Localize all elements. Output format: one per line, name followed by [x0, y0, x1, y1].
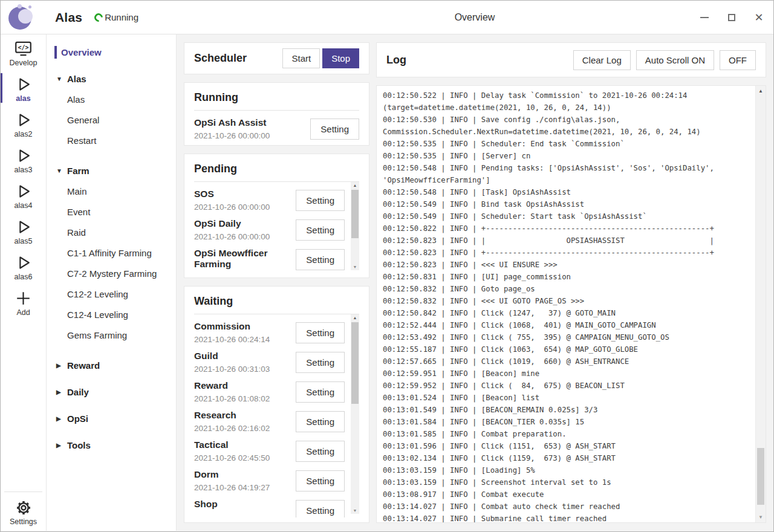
menu-group-reward[interactable]: ▶ Reward: [47, 358, 176, 372]
task-name: SOS: [194, 189, 291, 199]
task-name: Reward: [194, 380, 291, 391]
task-setting-button[interactable]: Setting: [310, 118, 359, 140]
task-setting-button[interactable]: Setting: [296, 381, 345, 403]
task-row: SOS 2021-10-26 00:00:00 Setting: [194, 182, 345, 212]
task-name: Dorm: [194, 469, 291, 480]
scroll-down-icon[interactable]: ▼: [351, 508, 359, 513]
task-time: 2021-10-26 01:08:02: [194, 394, 291, 403]
task-name: OpSi Ash Assist: [194, 117, 305, 128]
menu-item-c12-4-leveling[interactable]: C12-4 Leveling: [47, 305, 176, 325]
rail-item-develop[interactable]: </> Develop: [1, 34, 46, 70]
task-setting-button[interactable]: Setting: [296, 249, 345, 270]
waiting-scroll-thumb[interactable]: [351, 322, 359, 404]
task-setting-button[interactable]: Setting: [296, 352, 345, 373]
task-name: OpSi Daily: [194, 218, 291, 229]
clear-log-button[interactable]: Clear Log: [573, 50, 631, 70]
task-time: 2021-10-26 02:16:02: [194, 424, 291, 433]
menu-group-alas[interactable]: ▼ Alas: [47, 71, 176, 86]
scroll-down-icon[interactable]: ▼: [351, 265, 359, 269]
pending-scrollbar[interactable]: ▲ ▼: [351, 182, 359, 270]
window-controls: ✕: [700, 1, 764, 34]
close-icon: ✕: [754, 12, 763, 23]
nav-sidebar: Overview ▼ Alas Alas General Restart ▼ F…: [47, 34, 177, 531]
task-setting-button[interactable]: Setting: [296, 219, 345, 241]
pending-title: Pending: [194, 159, 359, 182]
menu-item-restart[interactable]: Restart: [47, 131, 176, 151]
log-scrollbar[interactable]: ▲ ▼: [755, 86, 766, 522]
rail-item-add[interactable]: Add: [1, 284, 46, 320]
sidebar-item-overview[interactable]: Overview: [47, 45, 176, 59]
menu-group-tools[interactable]: ▶ Tools: [47, 438, 176, 452]
menu-item-gems-farming[interactable]: Gems Farming: [47, 325, 176, 346]
rail-item-alas5[interactable]: alas5: [1, 213, 46, 248]
start-button[interactable]: Start: [282, 48, 320, 68]
menu-item-c12-2-leveling[interactable]: C12-2 Leveling: [47, 284, 176, 305]
pending-card: Pending SOS 2021-10-26 00:00:00 Setting …: [184, 154, 369, 278]
task-setting-button[interactable]: Setting: [296, 322, 345, 343]
menu-item-event[interactable]: Event: [47, 202, 176, 222]
log-header-card: Log Clear Log Auto Scroll ON OFF: [376, 42, 766, 77]
scroll-up-icon[interactable]: ▲: [351, 183, 359, 187]
menu-item-main[interactable]: Main: [47, 181, 176, 202]
chevron-icon: ▶: [56, 415, 67, 422]
rail-item-settings[interactable]: Settings: [1, 492, 46, 531]
running-title: Running: [194, 88, 359, 111]
task-name: Research: [194, 410, 291, 421]
main-area: </> Develop alas alas2 alas3 alas4 alas5…: [1, 34, 773, 531]
task-time: 2021-10-26 04:19:27: [194, 483, 291, 492]
play-icon: [15, 76, 33, 94]
task-setting-button[interactable]: Setting: [296, 190, 345, 211]
scroll-down-icon[interactable]: ▼: [756, 514, 766, 520]
rail-item-alas4[interactable]: alas4: [1, 177, 46, 213]
task-setting-button[interactable]: Setting: [296, 411, 345, 432]
rail-item-alas3[interactable]: alas3: [1, 141, 46, 177]
task-row: Reward 2021-10-26 01:08:02 Setting: [194, 374, 345, 403]
stop-button[interactable]: Stop: [322, 48, 359, 68]
autoscroll-on-button[interactable]: Auto Scroll ON: [636, 50, 714, 70]
menu-item-raid[interactable]: Raid: [47, 222, 176, 243]
task-setting-button[interactable]: Setting: [296, 441, 345, 462]
pending-scroll-thumb[interactable]: [351, 190, 359, 238]
settings-label: Settings: [10, 517, 37, 526]
scroll-up-icon[interactable]: ▲: [756, 88, 766, 94]
menu-item-c7-2-mystery-farming[interactable]: C7-2 Mystery Farming: [47, 264, 176, 284]
scroll-up-icon[interactable]: ▲: [351, 316, 359, 320]
page-title: Overview: [176, 12, 773, 23]
menu-group-opsi[interactable]: ▶ OpSi: [47, 411, 176, 426]
maximize-button[interactable]: [727, 13, 737, 22]
scheduler-title: Scheduler: [194, 52, 247, 65]
log-viewer[interactable]: 00:12:50.522 | INFO | Delay task `Commis…: [376, 85, 766, 523]
task-name: Guild: [194, 351, 291, 362]
menu-item-c1-1-affinity-farming[interactable]: C1-1 Affinity Farming: [47, 243, 176, 264]
task-setting-button[interactable]: Setting: [296, 470, 345, 491]
task-time: 2021-10-26 02:45:50: [194, 453, 291, 462]
menu-group-daily[interactable]: ▶ Daily: [47, 384, 176, 399]
task-name: Commission: [194, 321, 291, 332]
menu-group-farm[interactable]: ▼ Farm: [47, 163, 176, 178]
running-card: Running OpSi Ash Assist 2021-10-26 00:00…: [184, 82, 369, 146]
waiting-scrollbar[interactable]: ▲ ▼: [351, 314, 359, 514]
task-name: Shop: [194, 499, 291, 510]
rail-item-alas2[interactable]: alas2: [1, 106, 46, 141]
autoscroll-off-button[interactable]: OFF: [720, 50, 756, 70]
task-row: OpSi Daily 2021-10-26 00:00:00 Setting: [194, 212, 345, 241]
rail-item-alas6[interactable]: alas6: [1, 248, 46, 284]
play-icon: [15, 111, 33, 129]
svg-text:</>: </>: [18, 44, 28, 51]
pending-list: SOS 2021-10-26 00:00:00 Setting OpSi Dai…: [194, 182, 359, 273]
task-row: Guild 2021-10-26 00:31:03 Setting: [194, 344, 345, 374]
close-button[interactable]: ✕: [754, 13, 764, 22]
chevron-icon: ▶: [56, 362, 67, 369]
task-time: 2021-10-26 00:00:00: [194, 203, 291, 212]
task-setting-button[interactable]: Setting: [296, 500, 345, 517]
minimize-button[interactable]: [700, 13, 709, 22]
task-name: Tactical: [194, 440, 291, 450]
log-scroll-thumb[interactable]: [757, 448, 764, 505]
task-row: Research 2021-10-26 02:16:02 Setting: [194, 403, 345, 433]
menu-item-alas[interactable]: Alas: [47, 89, 176, 110]
play-icon: [15, 218, 33, 236]
task-time: 2021-10-26 00:00:00: [194, 232, 291, 241]
app-title: Alas: [55, 10, 82, 25]
menu-item-general[interactable]: General: [47, 110, 176, 131]
rail-item-alas[interactable]: alas: [1, 70, 46, 106]
